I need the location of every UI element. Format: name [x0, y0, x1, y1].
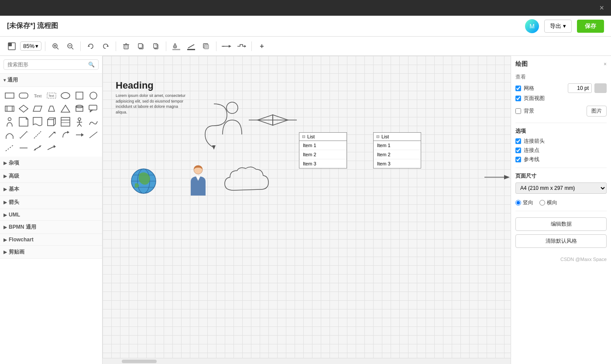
shapes-grid-general: Text Text [0, 87, 102, 157]
shape-arrow-end[interactable] [45, 142, 58, 154]
shape-trapezoid[interactable] [45, 103, 58, 115]
svg-line-22 [188, 45, 194, 48]
delete-btn[interactable] [120, 40, 133, 53]
person2-element[interactable] [186, 164, 210, 199]
shape-arc[interactable] [3, 129, 16, 141]
body-text: Lorem ipsum dolor sit amet, consectetur … [116, 93, 190, 115]
save-button[interactable]: 保存 [577, 20, 604, 33]
shape-parallelogram[interactable] [31, 103, 44, 115]
copy-style-btn[interactable] [134, 40, 148, 53]
export-button[interactable]: 导出 ▾ [544, 20, 572, 33]
shape-ellipse[interactable] [59, 89, 72, 102]
shape-document[interactable] [31, 116, 44, 128]
background-checkbox[interactable] [515, 108, 521, 114]
connector-style-btn[interactable] [220, 40, 233, 53]
undo-btn[interactable] [84, 40, 97, 53]
paste-style-btn[interactable] [149, 40, 162, 53]
landscape-radio[interactable] [539, 200, 545, 206]
svg-point-57 [78, 118, 81, 120]
grid-value-input[interactable] [568, 83, 592, 93]
search-input[interactable] [3, 59, 99, 70]
shape-single-line[interactable] [17, 142, 30, 154]
shape-list[interactable] [59, 116, 72, 128]
close-button[interactable]: × [597, 3, 607, 14]
shape-cylinder[interactable] [73, 103, 86, 115]
connect-arrows-checkbox[interactable] [515, 138, 521, 144]
fill-color-btn[interactable] [170, 40, 183, 53]
grid-checkbox[interactable] [515, 86, 521, 91]
sidebar-category-bpmn[interactable]: ▶ BPMN 通用 [0, 221, 102, 234]
connect-arrows-label: 连接箭头 [524, 137, 545, 145]
redo-btn[interactable] [99, 40, 112, 53]
image-button[interactable]: 图片 [587, 106, 607, 117]
shape-dashed-line[interactable] [3, 142, 16, 154]
sidebar-category-flowchart[interactable]: ▶ Flowchart [0, 234, 102, 246]
shape-diamond[interactable] [17, 103, 30, 115]
cloud-element[interactable] [220, 164, 273, 199]
sidebar-category-misc[interactable]: ▶ 杂项 [0, 157, 102, 170]
grid-color-swatch[interactable] [594, 83, 607, 93]
edit-data-button[interactable]: 编辑数据 [515, 217, 607, 231]
guides-checkbox[interactable] [515, 157, 521, 162]
scrollbar-thumb[interactable] [122, 360, 157, 363]
shadow-btn[interactable] [199, 40, 213, 53]
heading-element[interactable]: Heading Lorem ipsum dolor sit amet, cons… [116, 80, 190, 115]
connect-points-row: 连接点 [515, 147, 607, 154]
shape-dbl-arrow[interactable] [31, 129, 44, 141]
page-view-btn[interactable] [5, 40, 18, 53]
waypoint-btn[interactable] [235, 40, 248, 53]
shape-arrow-right[interactable] [73, 129, 86, 141]
svg-marker-29 [244, 45, 246, 48]
page-view-checkbox[interactable] [515, 96, 521, 101]
portrait-label[interactable]: 竖向 [515, 199, 533, 206]
sidebar-category-uml[interactable]: ▶ UML [0, 209, 102, 221]
double-arrow-connector[interactable] [249, 110, 297, 132]
clear-style-button[interactable]: 清除默认风格 [515, 234, 607, 248]
sidebar-category-basic[interactable]: ▶ 基本 [0, 183, 102, 196]
shape-triangle[interactable] [59, 103, 72, 115]
page-view-label: 页面视图 [524, 95, 545, 102]
shape-text[interactable]: Text [31, 89, 44, 102]
shape-circle[interactable] [87, 89, 100, 102]
shape-curved-arrow[interactable] [59, 129, 72, 141]
portrait-radio[interactable] [515, 200, 521, 206]
horizontal-scrollbar[interactable] [103, 358, 511, 364]
zoom-in-btn[interactable] [49, 40, 62, 53]
shape-person[interactable] [3, 116, 16, 128]
shape-rect[interactable] [3, 89, 16, 102]
shape-diag-arrow[interactable] [45, 129, 58, 141]
shape-wave[interactable] [87, 116, 100, 128]
landscape-label[interactable]: 横向 [539, 199, 557, 206]
shape-3d-box[interactable] [45, 116, 58, 128]
panel-close-button[interactable]: × [604, 61, 607, 67]
sidebar-category-clipart[interactable]: ▶ 剪贴画 [0, 246, 102, 259]
list-table-1[interactable]: ⊟ List Item 1 Item 2 Item 3 [299, 132, 347, 168]
globe-element[interactable] [130, 167, 158, 197]
shape-arrow-both[interactable] [31, 142, 44, 154]
sidebar-category-general[interactable]: ▾ 通用 [0, 74, 102, 87]
person-element[interactable] [220, 102, 244, 136]
shape-actor[interactable] [73, 116, 86, 128]
shape-callout[interactable] [87, 103, 100, 115]
shape-line[interactable] [87, 129, 100, 141]
line-color-btn[interactable] [185, 40, 198, 53]
shape-proc[interactable] [3, 103, 16, 115]
shape-resize[interactable] [17, 129, 30, 141]
zoom-control[interactable]: 85% ▾ [20, 41, 41, 51]
shape-note[interactable] [17, 116, 30, 128]
list-table-2[interactable]: ⊟ List Item 1 Item 2 Item 3 [373, 132, 421, 168]
svg-line-64 [20, 131, 27, 138]
shape-rounded-rect[interactable] [17, 89, 30, 102]
sidebar-category-arrows[interactable]: ▶ 箭头 [0, 196, 102, 209]
title-bar: × [0, 0, 611, 16]
add-btn[interactable]: + [255, 40, 268, 53]
svg-line-68 [49, 132, 54, 137]
page-size-select[interactable]: A4 (210 mm x 297 mm) A3 A5 Letter [515, 182, 607, 194]
sidebar-category-advanced[interactable]: ▶ 高级 [0, 170, 102, 183]
zoom-out-btn[interactable] [64, 40, 77, 53]
canvas-area[interactable]: Heading Lorem ipsum dolor sit amet, cons… [103, 56, 511, 364]
shape-square[interactable] [73, 89, 86, 102]
toolbar: 85% ▾ + [0, 37, 611, 56]
shape-text-box[interactable]: Text [45, 89, 58, 102]
connect-points-checkbox[interactable] [515, 148, 521, 153]
